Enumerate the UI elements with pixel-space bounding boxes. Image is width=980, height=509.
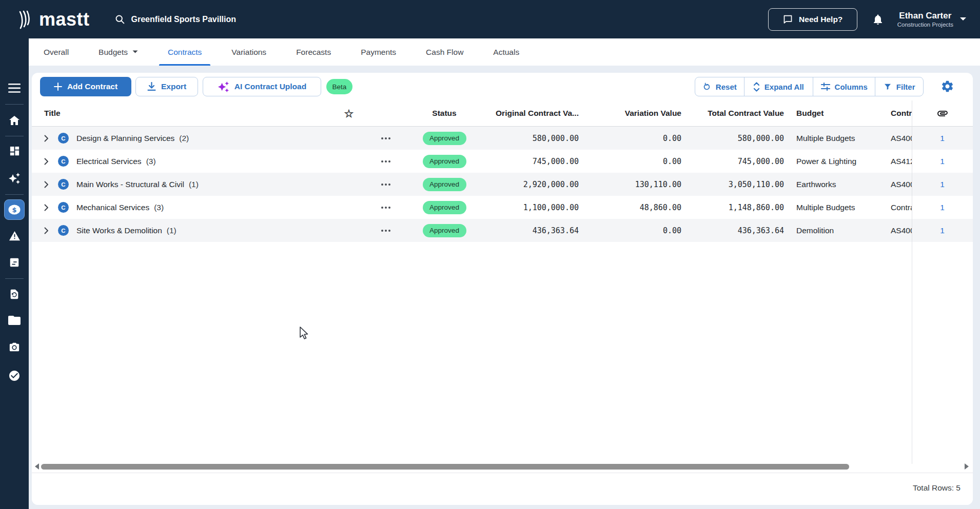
check-circle-icon[interactable] (0, 370, 29, 382)
status-badge: Approved (423, 224, 466, 237)
risk-warning-icon[interactable] (0, 230, 29, 242)
horizontal-scrollbar[interactable] (32, 461, 973, 473)
column-header-original-value[interactable]: Original Contract Va... (481, 109, 588, 118)
table-row[interactable]: C Design & Planning Services (2) Approve… (32, 127, 973, 150)
camera-icon[interactable] (0, 342, 29, 353)
download-icon (147, 82, 156, 91)
total-value-cell: 580,000.00 (691, 134, 793, 143)
tab-actuals[interactable]: Actuals (478, 38, 534, 66)
app-logo[interactable]: mastt (17, 9, 90, 30)
reset-label: Reset (716, 83, 737, 91)
table-row[interactable]: C Site Works & Demolition (1) Approved 4… (32, 219, 973, 242)
history-restore-icon[interactable] (0, 288, 29, 300)
project-search[interactable]: Greenfield Sports Pavillion (114, 14, 237, 25)
scroll-left-arrow-icon[interactable] (35, 463, 39, 470)
expand-chevrons-icon (753, 82, 760, 92)
attachments-link[interactable]: 1 (940, 157, 945, 166)
status-badge: Approved (423, 132, 466, 145)
project-tab-bar: Overall Budgets Contracts Variations For… (29, 38, 980, 66)
column-header-title[interactable]: Title (32, 109, 334, 118)
filter-button[interactable]: Filter (875, 77, 923, 96)
notifications-bell-icon[interactable] (872, 13, 884, 26)
dollar-circle-icon: $ (8, 204, 21, 215)
expand-all-button[interactable]: Expand All (744, 77, 813, 96)
attachments-link[interactable]: 1 (940, 226, 945, 235)
contract-title[interactable]: Mechanical Services (76, 203, 149, 212)
contract-title[interactable]: Main Works - Structural & Civil (76, 180, 184, 189)
variation-value-cell: 0.00 (588, 157, 691, 166)
expand-row-chevron-icon[interactable] (44, 135, 49, 142)
notes-icon[interactable] (0, 257, 29, 268)
tab-overall[interactable]: Overall (29, 38, 84, 66)
logo-waves-icon (17, 9, 35, 30)
user-caret-down-icon[interactable] (959, 17, 967, 22)
attachments-link[interactable]: 1 (940, 203, 945, 212)
add-contract-button[interactable]: Add Contract (40, 77, 131, 96)
ai-sparkles-icon[interactable] (0, 172, 29, 185)
columns-button[interactable]: Columns (813, 77, 875, 96)
home-icon[interactable] (0, 114, 29, 127)
folder-icon[interactable] (0, 316, 29, 326)
column-header-contract[interactable]: Contract (884, 109, 912, 118)
svg-text:$: $ (12, 206, 16, 214)
sidebar-divider (5, 136, 24, 136)
tab-budgets[interactable]: Budgets (84, 38, 153, 66)
column-header-status[interactable]: Status (407, 109, 481, 118)
table-row[interactable]: C Electrical Services (3) Approved 745,0… (32, 150, 973, 173)
tab-cash-flow[interactable]: Cash Flow (411, 38, 478, 66)
beta-badge: Beta (326, 79, 352, 94)
ai-contract-upload-button[interactable]: AI Contract Upload (203, 77, 321, 96)
tab-payments[interactable]: Payments (346, 38, 411, 66)
contract-title[interactable]: Electrical Services (76, 157, 142, 166)
user-menu[interactable]: Ethan Carter Construction Projects (897, 11, 953, 28)
original-value-cell: 436,363.64 (481, 226, 588, 235)
scrollbar-thumb[interactable] (41, 464, 849, 470)
row-menu-icon[interactable] (381, 137, 390, 139)
need-help-button[interactable]: Need Help? (768, 8, 857, 31)
total-value-cell: 436,363.64 (691, 226, 793, 235)
expand-row-chevron-icon[interactable] (44, 227, 49, 234)
expand-row-chevron-icon[interactable] (44, 204, 49, 211)
contract-count: (1) (189, 180, 199, 189)
variation-value-cell: 0.00 (588, 226, 691, 235)
contract-title[interactable]: Site Works & Demolition (76, 226, 162, 235)
row-menu-icon[interactable] (381, 184, 390, 186)
dashboard-icon[interactable] (0, 145, 29, 157)
search-input[interactable]: Greenfield Sports Pavillion (131, 15, 237, 24)
expand-row-chevron-icon[interactable] (44, 158, 49, 165)
logo-text: mastt (39, 9, 90, 30)
column-header-variation-value[interactable]: Variation Value (588, 109, 691, 118)
pinned-column-border (912, 100, 912, 464)
row-menu-icon[interactable] (381, 160, 390, 162)
row-menu-icon[interactable] (381, 207, 390, 209)
variation-value-cell: 0.00 (588, 134, 691, 143)
tab-contracts[interactable]: Contracts (153, 38, 217, 66)
user-subtitle: Construction Projects (897, 21, 953, 28)
star-column-icon[interactable]: ☆ (344, 108, 354, 119)
sidebar-item-contracts-active[interactable]: $ (4, 199, 25, 220)
columns-sliders-icon (821, 83, 830, 91)
contract-title[interactable]: Design & Planning Services (76, 134, 174, 143)
contract-ref-cell: Contract (884, 203, 912, 212)
paperclip-icon[interactable] (936, 107, 949, 119)
column-header-total-value[interactable]: Total Contract Value (691, 109, 793, 118)
tab-variations[interactable]: Variations (217, 38, 281, 66)
attachments-link[interactable]: 1 (940, 180, 945, 189)
row-menu-icon[interactable] (381, 230, 390, 232)
expand-all-label: Expand All (765, 83, 804, 91)
export-button[interactable]: Export (135, 77, 198, 96)
hamburger-menu-icon[interactable] (0, 83, 29, 94)
tab-forecasts[interactable]: Forecasts (281, 38, 346, 66)
contracts-panel: Add Contract Export AI Contract Upload B… (32, 73, 973, 505)
table-row[interactable]: C Main Works - Structural & Civil (1) Ap… (32, 173, 973, 196)
reset-button[interactable]: Reset (695, 77, 744, 96)
scroll-right-arrow-icon[interactable] (965, 463, 969, 470)
attachments-link[interactable]: 1 (940, 134, 945, 143)
column-header-budget[interactable]: Budget (793, 109, 884, 118)
table-row[interactable]: C Mechanical Services (3) Approved 1,100… (32, 196, 973, 219)
sidebar-divider (5, 104, 24, 105)
original-value-cell: 1,100,000.00 (481, 203, 588, 212)
table-settings-gear-icon[interactable] (940, 79, 954, 93)
expand-row-chevron-icon[interactable] (44, 181, 49, 188)
reset-icon (702, 83, 711, 91)
